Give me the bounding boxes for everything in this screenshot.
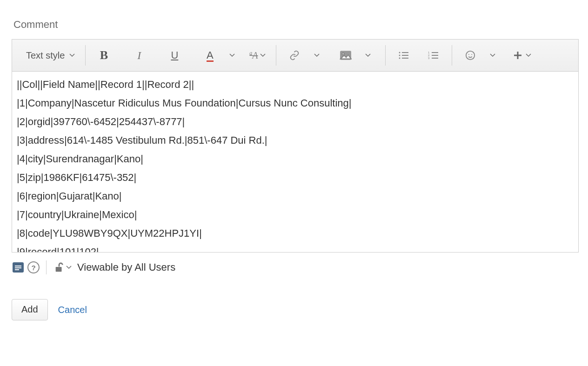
- chevron-down-icon: [314, 53, 320, 57]
- form-actions: Add Cancel: [12, 299, 579, 320]
- chevron-down-icon: [260, 53, 266, 57]
- insert-more-button[interactable]: [511, 46, 534, 65]
- svg-point-2: [399, 52, 400, 53]
- chevron-down-icon: [229, 53, 235, 57]
- bold-button[interactable]: B: [93, 46, 114, 65]
- lines-icon: [14, 265, 22, 270]
- link-dropdown[interactable]: [305, 46, 327, 65]
- clear-formatting-icon: aA: [249, 50, 258, 61]
- emoji-dropdown[interactable]: [481, 46, 502, 65]
- plus-icon: [514, 51, 522, 60]
- editor-line: |1|Company|Nascetur Ridiculus Mus Founda…: [17, 94, 574, 113]
- numbered-list-icon: 1 2 3: [428, 51, 439, 60]
- visual-mode-button[interactable]: [13, 262, 24, 273]
- visibility-dropdown[interactable]: [53, 258, 73, 277]
- editor-line: |8|code|YLU98WBY9QX|UYM22HPJ1YI|: [17, 224, 574, 243]
- unlock-icon: [54, 262, 64, 273]
- underline-button[interactable]: U: [164, 46, 185, 65]
- chevron-down-icon: [365, 53, 371, 57]
- svg-text:3: 3: [428, 57, 430, 60]
- text-style-label: Text style: [26, 50, 67, 61]
- svg-rect-22: [56, 267, 62, 272]
- svg-point-14: [466, 51, 474, 60]
- numbered-list-button[interactable]: 1 2 3: [423, 46, 444, 65]
- editor-line: |5|zip|1986KF|61475\-352|: [17, 168, 574, 187]
- chevron-down-icon: [69, 53, 75, 57]
- image-icon: [340, 50, 352, 60]
- svg-point-6: [399, 58, 400, 59]
- image-dropdown[interactable]: [356, 46, 378, 65]
- editor-line: |7|country|Ukraine|Mexico|: [17, 206, 574, 224]
- image-button[interactable]: [335, 46, 356, 65]
- svg-point-16: [471, 54, 472, 55]
- more-formatting-button[interactable]: aA: [247, 46, 268, 65]
- emoji-button[interactable]: [460, 46, 481, 65]
- svg-point-4: [399, 55, 400, 56]
- cancel-link[interactable]: Cancel: [58, 305, 87, 315]
- link-button[interactable]: [284, 46, 305, 65]
- bullet-list-button[interactable]: [393, 46, 414, 65]
- editor-toolbar: Text style B I U A: [12, 40, 578, 72]
- editor-line: |4|city|Surendranagar|Kano|: [17, 150, 574, 168]
- rich-text-editor: Text style B I U A: [12, 39, 579, 253]
- italic-icon: I: [137, 49, 141, 62]
- editor-line: |3|address|614\-1485 Vestibulum Rd.|851\…: [17, 131, 574, 150]
- chevron-down-icon: [526, 53, 531, 57]
- help-button[interactable]: ?: [27, 261, 40, 273]
- editor-line: |6|region|Gujarat|Kano|: [17, 187, 574, 206]
- svg-point-1: [342, 53, 344, 55]
- svg-point-15: [468, 54, 469, 55]
- editor-line: |9|record|101|102|: [17, 243, 574, 252]
- editor-footer: ? Viewable by All Users: [12, 253, 579, 277]
- comment-label: Comment: [13, 19, 579, 31]
- bullet-list-icon: [398, 51, 409, 60]
- editor-line: |2|orgid|397760\-6452|254437\-8777|: [17, 113, 574, 131]
- separator: [46, 260, 47, 274]
- add-button[interactable]: Add: [12, 299, 48, 320]
- chevron-down-icon: [490, 53, 495, 57]
- underline-icon: U: [171, 49, 178, 61]
- text-color-dropdown[interactable]: [220, 46, 242, 65]
- text-color-icon: A: [207, 49, 214, 62]
- visibility-label: Viewable by All Users: [77, 261, 175, 273]
- italic-button[interactable]: I: [128, 46, 150, 65]
- bold-icon: B: [100, 48, 108, 62]
- text-color-button[interactable]: A: [199, 46, 220, 65]
- editor-line: ||Col||Field Name||Record 1||Record 2||: [17, 75, 574, 94]
- editor-textarea[interactable]: ||Col||Field Name||Record 1||Record 2|||…: [12, 72, 578, 252]
- text-style-dropdown[interactable]: Text style: [23, 46, 78, 65]
- link-icon: [289, 50, 300, 60]
- emoji-icon: [465, 50, 475, 60]
- question-icon: ?: [31, 264, 35, 272]
- chevron-down-icon: [66, 266, 72, 269]
